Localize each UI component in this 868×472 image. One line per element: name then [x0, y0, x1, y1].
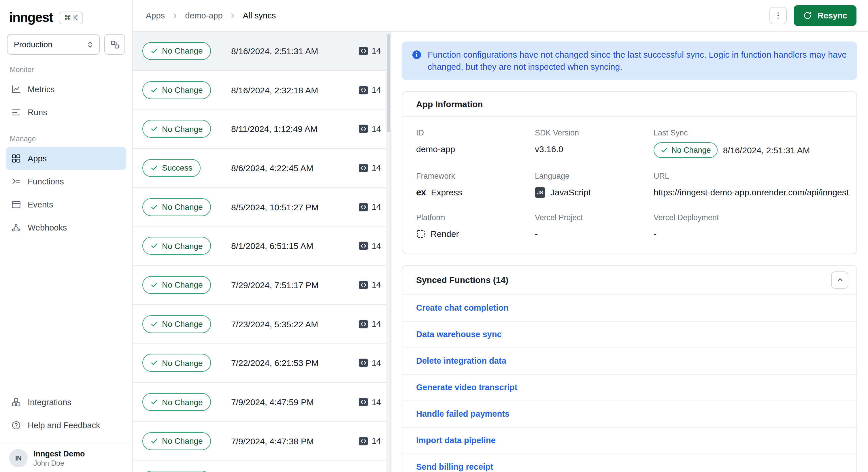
- sidebar-item-metrics[interactable]: Metrics: [6, 78, 126, 101]
- sync-row[interactable]: No Change7/9/2024, 4:47:38 PM14: [132, 422, 390, 461]
- check-icon: [150, 86, 158, 94]
- user-menu[interactable]: IN Inngest Demo John Doe: [0, 443, 132, 472]
- sync-row[interactable]: No Change8/5/2024, 10:51:27 PM14: [132, 188, 390, 227]
- function-count-icon: [359, 202, 368, 211]
- sync-status-column: No Change: [142, 198, 222, 216]
- function-count-icon: [359, 398, 368, 406]
- environment-selector[interactable]: Production: [7, 34, 100, 55]
- sidebar-item-help-and-feedback[interactable]: Help and Feedback: [6, 414, 126, 437]
- sync-status-badge: No Change: [142, 42, 211, 60]
- check-icon: [150, 398, 158, 406]
- sync-timestamp: 8/16/2024, 2:51:31 AM: [231, 46, 318, 56]
- function-link[interactable]: Data warehouse sync: [416, 329, 502, 339]
- sidebar-item-functions[interactable]: Functions: [6, 170, 126, 193]
- app-root: inngest ⌘ K Production MonitorMetricsRun…: [0, 0, 868, 472]
- sync-status-column: No Change: [142, 432, 222, 450]
- sidebar-item-label: Runs: [28, 108, 47, 117]
- breadcrumb-app-name[interactable]: demo-app: [185, 11, 223, 20]
- sync-function-count: 14: [359, 124, 381, 133]
- field-label: Last Sync: [654, 128, 849, 137]
- sidebar-item-integrations[interactable]: Integrations: [6, 391, 126, 414]
- function-link[interactable]: Delete integration data: [416, 356, 506, 365]
- function-count-icon: [359, 124, 368, 133]
- collapse-functions-button[interactable]: [831, 271, 848, 288]
- sync-row[interactable]: No Change8/16/2024, 2:51:31 AM14: [132, 32, 390, 71]
- sync-function-count: 14: [359, 163, 381, 172]
- field-label: Framework: [416, 171, 535, 180]
- sync-row[interactable]: No Change7/9/2024, 4:47:59 PM14: [132, 383, 390, 421]
- sync-count-value: 14: [372, 358, 381, 368]
- function-link[interactable]: Handle failed payments: [416, 409, 509, 418]
- info-banner-text: Function configurations have not changed…: [428, 49, 848, 73]
- field-label: SDK Version: [535, 128, 654, 137]
- inngest-logo[interactable]: inngest: [9, 10, 53, 25]
- sync-function-count: 14: [359, 397, 381, 407]
- sync-status-text: Success: [162, 163, 192, 172]
- sidebar-item-label: Metrics: [28, 85, 55, 94]
- sidebar-item-webhooks[interactable]: Webhooks: [6, 216, 126, 239]
- sync-row[interactable]: No Change8/16/2024, 2:32:18 AM14: [132, 71, 390, 109]
- field-value: JSJavaScript: [535, 185, 654, 199]
- app-info-grid: IDdemo-appSDK Versionv3.16.0Last SyncNo …: [402, 117, 857, 253]
- synced-functions-header: Synced Functions (14): [402, 265, 857, 295]
- sync-detail-panel: Function configurations have not changed…: [391, 32, 868, 472]
- sync-status-text: No Change: [162, 242, 203, 251]
- sync-status-column: No Change: [142, 276, 222, 294]
- sidebar-item-apps[interactable]: Apps: [6, 147, 126, 170]
- sync-status-badge: No Change: [142, 432, 211, 450]
- function-link[interactable]: Import data pipeline: [416, 435, 496, 445]
- sync-count-value: 14: [372, 124, 381, 133]
- scrollbar-thumb[interactable]: [386, 34, 390, 132]
- sync-function-count: 14: [359, 46, 381, 56]
- sync-status-column: No Change: [142, 393, 222, 411]
- command-palette-shortcut[interactable]: ⌘ K: [59, 11, 83, 24]
- sync-status-text: No Change: [162, 280, 203, 290]
- sync-timestamp: 7/23/2024, 5:35:22 AM: [231, 319, 318, 329]
- sidebar-item-label: Apps: [28, 154, 47, 163]
- main-area: Apps demo-app All syncs Resync No Change…: [132, 0, 868, 472]
- field-value: v3.16.0: [535, 142, 654, 156]
- function-row: Delete integration data: [402, 348, 857, 374]
- function-link[interactable]: Generate video transcript: [416, 382, 517, 391]
- sidebar-item-runs[interactable]: Runs: [6, 101, 126, 124]
- environment-manage-button[interactable]: [104, 34, 125, 55]
- sync-function-count: 14: [359, 202, 381, 212]
- sync-list-scrollbar[interactable]: [386, 32, 390, 472]
- field-value-text: -: [535, 229, 538, 239]
- function-count-icon: [359, 437, 368, 445]
- check-icon: [150, 437, 158, 445]
- sync-status-text: No Change: [162, 46, 203, 56]
- events-icon: [11, 199, 21, 210]
- sync-row[interactable]: No Change7/9/2024, 4:09:07 PM14: [132, 461, 390, 472]
- resync-button[interactable]: Resync: [794, 5, 857, 26]
- sync-status-column: No Change: [142, 237, 222, 255]
- sync-timestamp: 8/11/2024, 1:12:49 AM: [231, 124, 317, 134]
- sync-list: No Change8/16/2024, 2:51:31 AM14No Chang…: [132, 32, 391, 472]
- sync-row[interactable]: No Change8/1/2024, 6:51:15 AM14: [132, 227, 390, 266]
- sync-row[interactable]: No Change8/11/2024, 1:12:49 AM14: [132, 110, 390, 149]
- field-value: https://inngest-demo-app.onrender.com/ap…: [654, 185, 849, 199]
- app-information-title: App Information: [416, 99, 483, 108]
- sync-count-value: 14: [372, 242, 381, 251]
- sync-status-column: No Change: [142, 315, 222, 333]
- environment-row: Production: [0, 34, 132, 55]
- function-count-icon: [359, 47, 368, 55]
- sync-row[interactable]: Success8/6/2024, 4:22:45 AM14: [132, 149, 390, 188]
- sync-row[interactable]: No Change7/23/2024, 5:35:22 AM14: [132, 305, 390, 344]
- sync-row[interactable]: No Change7/29/2024, 7:51:17 PM14: [132, 266, 390, 305]
- more-options-button[interactable]: [770, 7, 787, 24]
- apps-icon: [11, 153, 21, 164]
- field-value: demo-app: [416, 142, 535, 156]
- function-count-icon: [359, 320, 368, 328]
- sidebar-item-events[interactable]: Events: [6, 193, 126, 216]
- function-count-icon: [359, 164, 368, 172]
- breadcrumb-apps[interactable]: Apps: [146, 11, 165, 20]
- sync-timestamp: 8/16/2024, 2:32:18 AM: [231, 85, 318, 95]
- sync-row[interactable]: No Change7/22/2024, 6:21:53 PM14: [132, 344, 390, 383]
- field-value: No Change8/16/2024, 2:51:31 AM: [654, 142, 849, 158]
- logo-row: inngest ⌘ K: [0, 0, 132, 34]
- field-label: URL: [654, 171, 849, 180]
- function-link[interactable]: Send billing receipt: [416, 462, 493, 471]
- sync-count-value: 14: [372, 319, 381, 328]
- function-link[interactable]: Create chat completion: [416, 303, 509, 312]
